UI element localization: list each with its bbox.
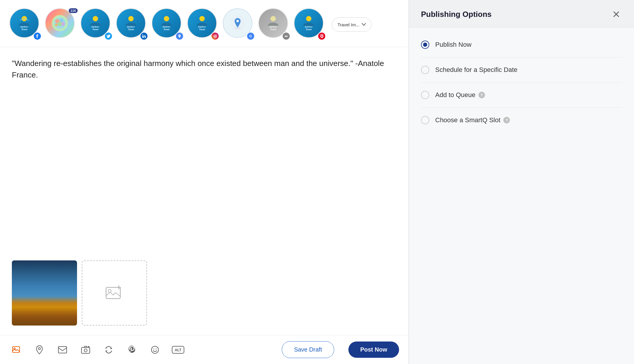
svg-point-12: [199, 16, 205, 21]
publishing-options-title: Publishing Options: [421, 10, 491, 19]
schedule-date-radio[interactable]: [421, 66, 429, 74]
group-count-badge: 116: [69, 8, 78, 13]
close-button[interactable]: [610, 8, 622, 20]
ig-badge: [211, 32, 219, 40]
right-panel: Publishing Options Publish Now Schedule …: [409, 0, 634, 364]
accounts-row: Zylker Travel 116: [0, 0, 409, 47]
account-map[interactable]: G: [223, 8, 255, 41]
svg-rect-28: [58, 347, 67, 353]
minus-badge: [282, 32, 290, 40]
left-panel: Zylker Travel 116: [0, 0, 409, 364]
email-toolbar-btn[interactable]: [56, 343, 69, 357]
schedule-date-option[interactable]: Schedule for a Specific Date: [421, 57, 622, 83]
svg-point-10: [142, 34, 143, 35]
svg-point-3: [60, 18, 63, 22]
schedule-date-label: Schedule for a Specific Date: [435, 66, 518, 74]
svg-rect-25: [12, 347, 20, 352]
add-queue-option[interactable]: Add to Queue ?: [421, 83, 622, 108]
save-draft-button[interactable]: Save Draft: [282, 341, 334, 358]
account-zt-pi[interactable]: Zylker Travel: [294, 8, 326, 41]
svg-point-8: [128, 16, 134, 21]
account-zt-gray[interactable]: Zylker Travel: [258, 8, 291, 41]
publishing-options-list: Publish Now Schedule for a Specific Date…: [409, 28, 634, 142]
bottom-toolbar: ALT Save Draft Post Now: [0, 335, 409, 364]
fb-badge: [33, 32, 41, 40]
svg-point-17: [236, 20, 239, 22]
svg-rect-9: [142, 36, 143, 38]
publish-now-option[interactable]: Publish Now: [421, 37, 622, 57]
smartq-label: Choose a SmartQ Slot ?: [435, 116, 510, 124]
svg-point-20: [306, 16, 311, 21]
save-draft-label: Save Draft: [294, 346, 322, 353]
svg-point-22: [108, 289, 111, 292]
svg-point-14: [214, 36, 216, 37]
svg-point-31: [151, 346, 158, 353]
publishing-options-header: Publishing Options: [409, 0, 634, 28]
add-image-icon: [105, 285, 123, 301]
svg-point-27: [39, 347, 41, 349]
camera-toolbar-btn[interactable]: [79, 343, 92, 357]
smartq-radio[interactable]: [421, 116, 429, 124]
chevron-down-icon: [362, 23, 366, 26]
account-zt-tw[interactable]: Zylker Travel: [81, 8, 113, 41]
repeat-toolbar-btn[interactable]: [102, 343, 116, 357]
gmb-badge: [175, 32, 184, 40]
svg-rect-29: [81, 347, 90, 353]
add-queue-label: Add to Queue ?: [435, 91, 485, 99]
svg-point-5: [55, 23, 58, 26]
post-content[interactable]: "Wandering re-establishes the original h…: [0, 47, 409, 260]
smartq-option[interactable]: Choose a SmartQ Slot ?: [421, 108, 622, 133]
location-toolbar-btn[interactable]: [33, 343, 46, 357]
account-zt-ig[interactable]: Zylker Travel: [187, 8, 220, 41]
svg-point-11: [164, 16, 169, 21]
pinterest-toolbar-btn[interactable]: [125, 343, 139, 357]
account-zt-li[interactable]: Zylker Travel: [116, 8, 149, 41]
post-now-button[interactable]: Post Now: [348, 342, 399, 358]
images-row: [0, 260, 409, 335]
publish-now-label: Publish Now: [435, 41, 471, 49]
account-dropdown[interactable]: Travel Im...: [332, 17, 372, 32]
image-toolbar-btn[interactable]: [9, 343, 23, 357]
alt-toolbar-btn[interactable]: ALT: [171, 343, 185, 357]
li-badge: [140, 32, 148, 40]
svg-point-15: [216, 35, 216, 35]
add-queue-radio[interactable]: [421, 91, 429, 99]
pi-badge: [318, 32, 326, 40]
svg-point-6: [61, 22, 65, 26]
svg-rect-19: [285, 36, 288, 37]
smartq-help-icon[interactable]: ?: [503, 117, 510, 123]
emoji-toolbar-btn[interactable]: [148, 343, 162, 357]
post-text: "Wandering re-establishes the original h…: [12, 59, 384, 79]
svg-point-7: [93, 16, 98, 21]
add-queue-help-icon[interactable]: ?: [478, 92, 485, 98]
svg-point-30: [84, 349, 87, 352]
svg-text:ALT: ALT: [175, 348, 182, 352]
account-zt-gmb[interactable]: Zylker Travel: [152, 8, 184, 41]
account-zt-fb[interactable]: Zylker Travel: [9, 8, 42, 41]
g-badge: G: [246, 32, 255, 40]
account-group[interactable]: 116: [45, 8, 78, 41]
add-image-placeholder[interactable]: [82, 260, 147, 326]
post-now-label: Post Now: [360, 346, 387, 353]
publish-now-radio[interactable]: [421, 41, 429, 49]
dropdown-label: Travel Im...: [337, 22, 359, 27]
svg-point-33: [156, 348, 157, 349]
svg-rect-21: [106, 287, 120, 299]
svg-point-18: [270, 16, 276, 21]
venice-image[interactable]: [12, 260, 77, 326]
svg-point-32: [153, 348, 154, 349]
tw-badge: [104, 32, 113, 40]
close-icon: [613, 11, 619, 17]
